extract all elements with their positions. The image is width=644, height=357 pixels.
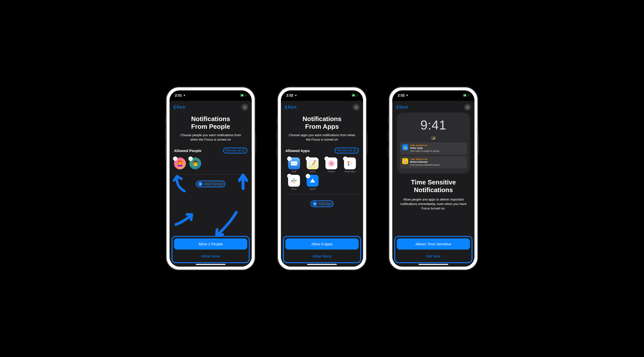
- remove-all-button[interactable]: Remove All (2): [223, 148, 247, 154]
- close-button[interactable]: [353, 104, 360, 111]
- allow-none-button[interactable]: Allow None: [174, 252, 247, 261]
- allowed-people-label: Allowed People: [174, 148, 202, 153]
- svg-point-15: [348, 163, 349, 164]
- app-item-notes[interactable]: 📝− Notes: [304, 158, 322, 173]
- add-app-button[interactable]: + Add App: [310, 200, 334, 207]
- svg-rect-21: [294, 180, 297, 181]
- focus-pill-icon: 🌙: [400, 136, 467, 140]
- home-icon: 🏠: [402, 158, 408, 164]
- svg-rect-13: [357, 95, 358, 96]
- allow-people-button[interactable]: Allow 2 People: [174, 238, 247, 250]
- svg-rect-17: [350, 162, 352, 162]
- modal-sheet: Back Notifications From People Choose pe…: [170, 101, 252, 267]
- app-item-reminders[interactable]: − Reminders: [342, 158, 359, 173]
- app-label: Spark: [304, 188, 322, 190]
- noti-title: Motion Detected: [410, 161, 464, 164]
- allowed-people-grid: 👩‍🦰 − 👨 −: [174, 156, 247, 174]
- notch: [304, 90, 340, 97]
- phone-mockup-people: 2:01 Back Notifications From People: [166, 87, 255, 270]
- location-icon: [183, 94, 186, 97]
- preview-notification: 🏠 TIME SENSITIVE Motion Detected Front c…: [400, 156, 467, 168]
- mail-icon: ✉️−: [288, 158, 300, 169]
- status-time: 2:02: [398, 93, 408, 97]
- app-item-mail[interactable]: ✉️− Mail: [285, 158, 303, 173]
- time-text: 2:01: [175, 93, 182, 97]
- back-button[interactable]: Back: [284, 105, 297, 110]
- location-icon: [294, 94, 297, 97]
- svg-rect-6: [246, 95, 246, 96]
- app-label: Slack: [285, 188, 303, 190]
- page-title: Notifications From People: [174, 115, 247, 130]
- svg-point-14: [348, 161, 349, 163]
- person-item[interactable]: 👩‍🦰 −: [174, 158, 186, 169]
- svg-rect-20: [293, 178, 294, 180]
- time-sensitive-title: Time Sensitive Notifications: [392, 178, 474, 194]
- plus-icon: +: [198, 182, 202, 186]
- page-subtitle: Choose people you want notifications fro…: [174, 133, 247, 142]
- chevron-left-icon: [396, 105, 399, 110]
- back-button[interactable]: Back: [173, 105, 186, 110]
- person-item[interactable]: 👨 −: [189, 158, 201, 169]
- allowed-apps-grid: ✉️− Mail 📝− Notes 🌸− Photos − Reminders: [285, 156, 359, 194]
- remove-badge[interactable]: −: [324, 156, 329, 161]
- remove-all-button[interactable]: Remove All (6): [334, 148, 359, 154]
- back-label: Back: [176, 105, 186, 110]
- lockscreen-preview: 9:41 🌙 🛍️ TIME SENSITIVE Order ready You…: [397, 113, 470, 174]
- home-indicator[interactable]: [418, 264, 448, 265]
- page-subtitle: Choose apps you want notifications from …: [285, 133, 359, 142]
- modal-sheet: Back Notifications From Apps Choose apps…: [281, 101, 363, 267]
- back-label: Back: [399, 105, 408, 110]
- back-button[interactable]: Back: [396, 105, 408, 110]
- allowed-apps-label: Allowed Apps: [285, 148, 310, 153]
- add-contact-button[interactable]: + Add Contact: [196, 180, 225, 188]
- app-item-spark[interactable]: − Spark: [304, 175, 322, 190]
- home-indicator[interactable]: [196, 264, 226, 265]
- svg-point-16: [348, 164, 349, 166]
- photos-icon: 🌸−: [326, 158, 337, 169]
- screen: 2:02 Back 9:41: [392, 90, 474, 267]
- close-icon: [466, 106, 469, 109]
- preview-notification: 🛍️ TIME SENSITIVE Order ready Your order…: [400, 142, 467, 155]
- app-label: Reminders: [342, 170, 359, 173]
- allow-time-sensitive-button[interactable]: Allows Time Sensitive: [397, 238, 470, 250]
- notch: [192, 90, 229, 97]
- allow-apps-button[interactable]: Allow 6 Apps: [285, 238, 359, 250]
- svg-rect-22: [294, 181, 295, 184]
- add-contact-label: Add Contact: [204, 182, 223, 186]
- location-icon: [406, 94, 408, 97]
- add-app-label: Add App: [318, 202, 332, 206]
- bag-icon: 🛍️: [402, 144, 408, 150]
- modal-sheet: Back 9:41 🌙 🛍️ TIME SENSITIVE Order read…: [392, 101, 474, 267]
- page-title: Notifications From Apps: [285, 115, 359, 130]
- noti-title: Order ready: [410, 147, 464, 150]
- preview-time: 9:41: [400, 118, 467, 132]
- time-text: 2:02: [286, 93, 293, 97]
- close-button[interactable]: [241, 104, 248, 111]
- app-label: Photos: [323, 170, 340, 173]
- close-icon: [244, 106, 246, 109]
- home-indicator[interactable]: [307, 264, 337, 265]
- app-item-slack[interactable]: − Slack: [285, 175, 303, 190]
- battery-icon: [463, 94, 469, 97]
- svg-rect-23: [291, 180, 294, 182]
- app-item-photos[interactable]: 🌸− Photos: [323, 158, 340, 173]
- battery-icon: [352, 94, 358, 97]
- noti-tag: TIME SENSITIVE: [410, 144, 464, 147]
- reminders-icon: −: [344, 158, 356, 169]
- app-label: Notes: [304, 170, 322, 173]
- time-text: 2:02: [398, 93, 405, 97]
- remove-badge[interactable]: −: [306, 156, 310, 161]
- phone-mockup-timesensitive: 2:02 Back 9:41: [389, 87, 478, 270]
- back-label: Back: [288, 105, 297, 110]
- status-time: 2:01: [175, 93, 186, 97]
- svg-rect-18: [350, 163, 352, 164]
- screen: 2:02 Back Notifications From Apps: [281, 90, 363, 267]
- noti-tag: TIME SENSITIVE: [410, 158, 464, 161]
- allow-none-button[interactable]: Allow None: [285, 252, 359, 261]
- close-button[interactable]: [464, 104, 471, 111]
- battery-icon: [240, 94, 246, 97]
- slack-icon: −: [288, 175, 300, 187]
- phone-mockup-apps: 2:02 Back Notifications From Apps: [278, 87, 366, 270]
- remove-badge[interactable]: −: [287, 156, 292, 161]
- not-now-button[interactable]: Not Now: [397, 252, 470, 261]
